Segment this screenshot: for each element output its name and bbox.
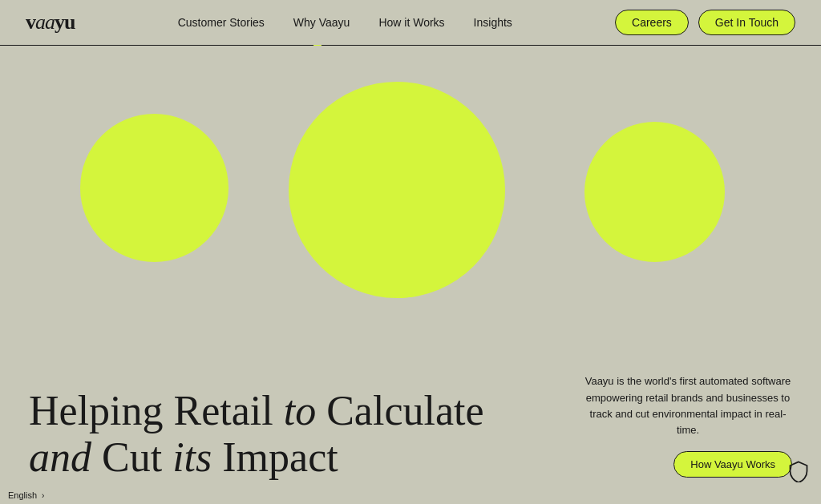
nav-item-insights[interactable]: Insights bbox=[474, 16, 512, 29]
logo-aa: aa bbox=[35, 10, 55, 34]
get-in-touch-button[interactable]: Get In Touch bbox=[698, 10, 795, 35]
circle-center bbox=[289, 82, 505, 298]
circle-left bbox=[80, 114, 229, 262]
nav-item-how-it-works[interactable]: How it Works bbox=[378, 16, 444, 29]
shield-icon-wrap[interactable] bbox=[787, 460, 810, 482]
circle-right bbox=[584, 122, 725, 262]
how-vaayu-works-button[interactable]: How Vaayu Works bbox=[673, 451, 792, 478]
hero-description: Vaayu is the world's first automated sof… bbox=[584, 373, 792, 438]
hero-section: Helping Retail to Calculate and Cut its … bbox=[0, 46, 821, 504]
nav-item-why-vaayu[interactable]: Why Vaayu bbox=[293, 16, 350, 29]
hero-right: Vaayu is the world's first automated sof… bbox=[584, 373, 792, 481]
language-label: English bbox=[8, 490, 37, 500]
nav-item-customer-stories[interactable]: Customer Stories bbox=[178, 16, 265, 29]
shield-icon bbox=[787, 460, 810, 482]
header-buttons: Careers Get In Touch bbox=[615, 10, 795, 35]
language-chevron-icon: › bbox=[42, 491, 44, 500]
main-nav: Customer Stories Why Vaayu How it Works … bbox=[178, 16, 512, 29]
logo[interactable]: vaayu bbox=[26, 10, 75, 34]
language-selector[interactable]: English › bbox=[0, 486, 52, 504]
hero-headline: Helping Retail to Calculate and Cut its … bbox=[29, 388, 484, 481]
hero-bottom: Helping Retail to Calculate and Cut its … bbox=[0, 373, 821, 504]
site-header: vaayu Customer Stories Why Vaayu How it … bbox=[0, 0, 821, 45]
careers-button[interactable]: Careers bbox=[615, 10, 689, 35]
